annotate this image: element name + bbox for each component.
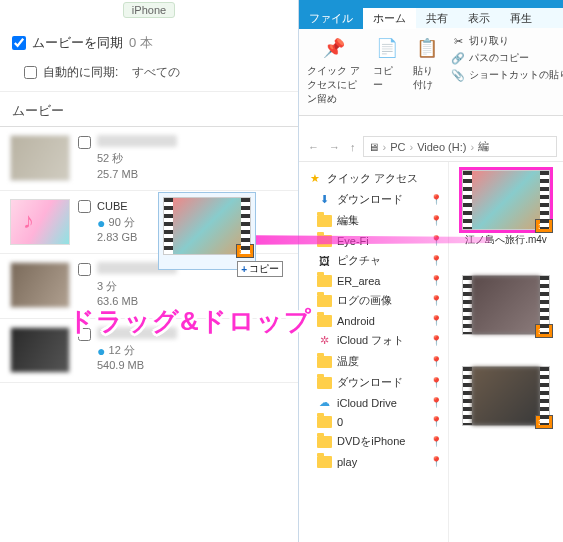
pin-icon: 📍	[430, 397, 442, 408]
player-badge-icon: 321	[236, 244, 254, 258]
file-grid[interactable]: 321 江ノ島へ旅行.m4v 321 321	[449, 162, 563, 542]
auto-sync-checkbox[interactable]	[24, 66, 37, 79]
movie-duration: ● 12 分	[97, 344, 135, 356]
tree-item[interactable]: ダウンロード📍	[303, 372, 444, 393]
movie-title: CUBE	[97, 199, 128, 214]
movie-duration: 3 分	[97, 280, 117, 292]
crumb-pc[interactable]: PC	[390, 141, 405, 153]
tree-item-label: iCloud Drive	[337, 397, 397, 409]
movie-item[interactable]: 52 秒 25.7 MB	[0, 127, 298, 191]
pin-quick-access-button[interactable]: 📌 クイック アクセスにピン留め	[305, 32, 363, 111]
player-badge-icon: 321	[535, 415, 553, 429]
pin-icon: 📍	[430, 215, 442, 226]
pin-icon: 📍	[430, 315, 442, 326]
download-icon: ⬇	[317, 193, 332, 206]
pin-icon: 📍	[430, 377, 442, 388]
nav-back-icon[interactable]: ←	[305, 141, 322, 153]
movie-duration: ● 90 分	[97, 216, 135, 228]
explorer-menubar: ファイル ホーム 共有 表示 再生	[299, 8, 563, 28]
pin-icon: 📌	[320, 34, 348, 62]
drag-ghost: 321 コピー	[158, 192, 256, 270]
crumb-drive[interactable]: Video (H:)	[417, 141, 466, 153]
nav-up-icon[interactable]: ↑	[347, 141, 359, 153]
drag-thumbnail: 321	[163, 197, 251, 255]
menu-play[interactable]: 再生	[500, 8, 542, 29]
movie-thumbnail	[10, 327, 70, 373]
nav-tree: ★ クイック アクセス ⬇ダウンロード📍編集📍Eye-Fi📍🖼ピクチャ📍ER_a…	[299, 162, 449, 542]
tree-item[interactable]: ER_area📍	[303, 271, 444, 290]
tree-item[interactable]: ☁iCloud Drive📍	[303, 393, 444, 412]
tree-item[interactable]: play📍	[303, 452, 444, 471]
movie-checkbox[interactable]	[78, 200, 91, 213]
copy-badge: コピー	[237, 261, 283, 277]
sync-movies-checkbox[interactable]	[12, 36, 26, 50]
movie-size: 2.83 GB	[97, 231, 137, 243]
pin-icon: 📍	[430, 436, 442, 447]
pin-icon: 📍	[430, 456, 442, 467]
tree-item[interactable]: DVDをiPhone📍	[303, 431, 444, 452]
auto-sync-value[interactable]: すべての	[132, 64, 180, 81]
tree-item-label: ログの画像	[337, 293, 392, 308]
file-item[interactable]: 321	[460, 366, 552, 429]
pin-icon: 📍	[430, 295, 442, 306]
tree-item[interactable]: ✲iCloud フォト📍	[303, 330, 444, 351]
paste-shortcut-button[interactable]: 📎ショートカットの貼り付	[451, 68, 563, 82]
copy-path-button[interactable]: 🔗パスのコピー	[451, 51, 563, 65]
file-item[interactable]: 321	[460, 275, 552, 338]
tree-item-label: ダウンロード	[337, 192, 403, 207]
tree-item[interactable]: 温度📍	[303, 351, 444, 372]
tree-item[interactable]: 0📍	[303, 412, 444, 431]
crumb-folder[interactable]: 編	[478, 139, 489, 154]
shortcut-icon: 📎	[451, 68, 465, 82]
tree-item-label: 0	[337, 416, 343, 428]
tree-item[interactable]: 🖼ピクチャ📍	[303, 250, 444, 271]
ribbon-small-group: ✂切り取り 🔗パスのコピー 📎ショートカットの貼り付	[451, 32, 563, 111]
quick-access-header[interactable]: ★ クイック アクセス	[303, 168, 444, 189]
cut-icon: ✂	[451, 34, 465, 48]
folder-icon	[317, 376, 332, 389]
overlay-instruction: ドラッグ&ドロップ	[68, 304, 312, 339]
tree-item[interactable]: ⬇ダウンロード📍	[303, 189, 444, 210]
folder-icon	[317, 294, 332, 307]
nav-forward-icon[interactable]: →	[326, 141, 343, 153]
cut-button[interactable]: ✂切り取り	[451, 34, 563, 48]
tree-item-label: 温度	[337, 354, 359, 369]
device-tab[interactable]: iPhone	[0, 0, 298, 18]
menu-home[interactable]: ホーム	[363, 8, 416, 29]
tree-item-label: Android	[337, 315, 375, 327]
tree-item-label: ピクチャ	[337, 253, 381, 268]
breadcrumb[interactable]: 🖥› PC› Video (H:)› 編	[363, 136, 558, 157]
star-icon: ★	[307, 172, 322, 185]
folder-icon	[317, 355, 332, 368]
tree-item-label: DVDをiPhone	[337, 434, 405, 449]
pin-icon: 📍	[430, 416, 442, 427]
picture-icon: 🖼	[317, 254, 332, 267]
movie-checkbox[interactable]	[78, 136, 91, 149]
ribbon: 📌 クイック アクセスにピン留め 📄 コピー 📋 貼り付け ✂切り取り 🔗パスの…	[299, 28, 563, 116]
copy-button[interactable]: 📄 コピー	[371, 32, 403, 111]
pin-icon: 📍	[430, 335, 442, 346]
tree-item[interactable]: ログの画像📍	[303, 290, 444, 311]
movie-size: 25.7 MB	[97, 168, 138, 180]
auto-sync-row: 自動的に同期: すべての	[0, 60, 298, 91]
folder-icon	[317, 214, 332, 227]
menu-file[interactable]: ファイル	[299, 8, 363, 29]
tree-item-label: 編集	[337, 213, 359, 228]
menu-view[interactable]: 表示	[458, 8, 500, 29]
movie-title	[97, 135, 177, 147]
player-badge-icon: 321	[535, 324, 553, 338]
movie-size: 540.9 MB	[97, 359, 144, 371]
movie-duration: 52 秒	[97, 152, 123, 164]
menu-share[interactable]: 共有	[416, 8, 458, 29]
sync-movies-row: ムービーを同期 0 本	[0, 18, 298, 60]
pin-icon: 📍	[430, 194, 442, 205]
folder-icon	[317, 415, 332, 428]
tree-item-label: iCloud フォト	[337, 333, 404, 348]
movie-thumbnail	[10, 199, 70, 245]
movie-checkbox[interactable]	[78, 263, 91, 276]
tree-item[interactable]: Android📍	[303, 311, 444, 330]
folder-icon	[317, 314, 332, 327]
folder-icon	[317, 435, 332, 448]
paste-button[interactable]: 📋 貼り付け	[411, 32, 443, 111]
folder-icon	[317, 455, 332, 468]
